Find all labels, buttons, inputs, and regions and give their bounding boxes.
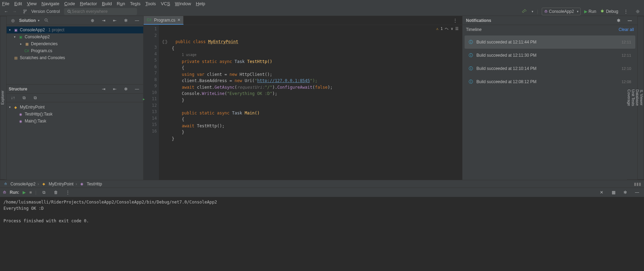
explorer-toolwindow[interactable]: Explorer xyxy=(0,16,5,180)
method-icon: ◉ xyxy=(79,181,84,187)
svg-point-7 xyxy=(45,18,47,21)
layout-icon[interactable]: ⧉ xyxy=(41,190,47,195)
minimap-icon[interactable]: ▮▮▮ xyxy=(634,182,641,186)
unit-tests-toolwindow[interactable]: Unit Tests xyxy=(631,16,635,180)
coverage-toolwindow[interactable]: Coverage xyxy=(627,16,631,180)
breadcrumb: ⟰ ConsoleApp2 › ◆ MyEntryPoint › ◉ TestH… xyxy=(0,180,644,188)
struct-testhttp[interactable]: ◉ TestHttp():Task xyxy=(7,111,143,118)
tab-more-icon[interactable]: ⋮ xyxy=(452,18,458,23)
trash-icon[interactable]: 🗑 xyxy=(53,190,59,195)
menu-bar: File Edit View Navigate Code Refactor Bu… xyxy=(0,0,644,7)
structure-header: Structure ⇥ ⇤ ✻ — xyxy=(7,85,143,94)
branch-icon[interactable] xyxy=(22,9,28,14)
menu-build[interactable]: Build xyxy=(102,1,112,6)
gear-icon[interactable] xyxy=(635,9,641,14)
toolbar: ← → Version Control ▾ | ⟰ ConsoleApp2 ▶R… xyxy=(0,7,644,16)
menu-code[interactable]: Code xyxy=(64,1,75,6)
run-button[interactable]: ▶Run xyxy=(584,9,596,14)
crumb-project[interactable]: ConsoleApp2 xyxy=(10,182,35,186)
expand-all-icon[interactable]: ⇥ xyxy=(101,86,106,92)
menu-view[interactable]: View xyxy=(27,1,37,6)
console-output[interactable]: /home/luismasuelli/RiderProjects/Console… xyxy=(0,197,644,226)
hide-icon[interactable]: — xyxy=(134,18,140,23)
find-icon[interactable] xyxy=(44,18,49,23)
solution-root[interactable]: ▾ ▣ ConsoleApp2 · 1 project xyxy=(7,26,143,33)
svg-point-2 xyxy=(601,10,603,12)
run-hide-icon[interactable]: — xyxy=(634,190,640,195)
hammer-icon[interactable] xyxy=(521,9,527,14)
notification-item[interactable]: ⓘ Build succeeded at 12:11:44 PM 12:11 xyxy=(465,35,635,49)
notif-gear-icon[interactable]: ✻ xyxy=(616,18,621,23)
program-file-node[interactable]: C# Program.cs xyxy=(7,47,143,54)
notifications-header: Notifications ✻ — xyxy=(462,16,637,25)
run-layout-icon[interactable]: ▦ xyxy=(611,190,616,195)
run-gear-icon[interactable]: ✻ xyxy=(622,190,628,195)
menu-tools[interactable]: Tools xyxy=(145,1,156,6)
menu-edit[interactable]: Edit xyxy=(14,1,22,6)
run-title: Run: xyxy=(10,190,19,195)
nav-forward-icon[interactable]: → xyxy=(12,9,17,14)
dependencies-node[interactable]: ▸ ▦ Dependencies xyxy=(7,40,143,47)
menu-window[interactable]: Window xyxy=(175,1,191,6)
menu-tests[interactable]: Tests xyxy=(130,1,140,6)
notification-list: ⓘ Build succeeded at 12:11:44 PM 12:11 ⓘ… xyxy=(462,34,637,90)
filter1-icon[interactable]: ⧉ xyxy=(21,95,27,101)
info-icon: ⓘ xyxy=(469,79,473,85)
editor-tabs: C# Program.cs ✕ ⋮ xyxy=(144,16,462,25)
menu-run[interactable]: Run xyxy=(117,1,125,6)
sort-icon[interactable]: ↓↑ xyxy=(10,95,16,101)
scope-icon[interactable]: ◎ xyxy=(10,18,16,23)
search-input[interactable] xyxy=(64,8,137,15)
notification-item[interactable]: ⓘ Build succeeded at 12:08:12 PM 12:08 xyxy=(465,75,635,88)
collapse-icon[interactable]: ⇤ xyxy=(112,18,118,23)
crumb-method[interactable]: TestHttp xyxy=(87,182,102,186)
right-tool-strip: IL Viewer Database Unit Tests Coverage xyxy=(637,16,644,180)
struct-main[interactable]: ◉ Main():Task xyxy=(7,118,143,125)
struct-entry[interactable]: ▾ ◆ MyEntryPoint xyxy=(7,104,143,111)
code-editor[interactable]: 12 345 678 910 11 ▶ 1213 141516 ⚠1 ヘ ∨ ☰… xyxy=(144,25,462,180)
crumb-class[interactable]: MyEntryPoint xyxy=(49,182,73,186)
tab-program[interactable]: C# Program.cs ✕ xyxy=(144,16,184,25)
left-tool-strip: Explorer xyxy=(0,16,7,180)
run-close-icon[interactable]: ✕ xyxy=(599,190,604,195)
target-icon[interactable]: ⊕ xyxy=(90,18,95,23)
il-viewer-toolwindow[interactable]: IL Viewer xyxy=(639,16,644,180)
settings-icon[interactable]: ✻ xyxy=(123,18,129,23)
timeline-header: Timeline Clear all xyxy=(462,25,637,34)
project-node[interactable]: ▾ ▣ ConsoleApp2 xyxy=(7,33,143,40)
collapse-all-icon[interactable]: ⇤ xyxy=(112,86,118,92)
database-toolwindow[interactable]: Database xyxy=(635,16,639,180)
notification-item[interactable]: ⓘ Build succeeded at 12:10:14 PM 12:10 xyxy=(465,62,635,75)
csharp-icon: C# xyxy=(146,17,152,23)
rerun-icon[interactable]: ▶ xyxy=(23,190,26,195)
debug-button[interactable]: Debug xyxy=(600,8,618,14)
svg-line-8 xyxy=(47,21,48,22)
solution-tree: ▾ ▣ ConsoleApp2 · 1 project ▾ ▣ ConsoleA… xyxy=(7,25,143,84)
menu-refactor[interactable]: Refactor xyxy=(80,1,97,6)
svg-line-1 xyxy=(70,12,71,13)
menu-navigate[interactable]: Navigate xyxy=(41,1,59,6)
filter2-icon[interactable]: ⧉ xyxy=(32,95,38,101)
stop-icon[interactable]: ■ xyxy=(29,190,32,195)
vc-label[interactable]: Version Control xyxy=(31,9,60,14)
nav-back-icon[interactable]: ← xyxy=(3,9,9,14)
info-icon: ⓘ xyxy=(469,53,473,58)
search-icon xyxy=(67,9,72,15)
close-icon[interactable]: ✕ xyxy=(177,18,180,22)
scratches-node[interactable]: ▤ Scratches and Consoles xyxy=(7,54,143,61)
more-icon[interactable]: ⋮ xyxy=(623,9,629,14)
notification-item[interactable]: ⓘ Build succeeded at 12:11:30 PM 12:11 xyxy=(465,49,635,62)
menu-vcs[interactable]: VCS xyxy=(161,1,170,6)
structure-settings-icon[interactable]: ✻ xyxy=(123,86,129,92)
svg-point-6 xyxy=(637,10,638,12)
expand-icon[interactable]: ⇥ xyxy=(101,18,106,23)
inspection-badge[interactable]: ⚠1 ヘ ∨ ☰ xyxy=(436,26,459,32)
menu-file[interactable]: File xyxy=(2,1,9,6)
structure-hide-icon[interactable]: — xyxy=(134,86,140,92)
solution-header: ◎ Solution ▾ ⊕ ⇥ ⇤ ✻ — xyxy=(7,16,143,25)
menu-help[interactable]: Help xyxy=(196,1,205,6)
run-config-combo[interactable]: ⟰ ConsoleApp2 xyxy=(542,8,581,15)
svg-point-0 xyxy=(68,10,70,12)
class-icon: ◆ xyxy=(41,181,47,187)
run-more-icon[interactable]: ⋮ xyxy=(65,190,71,195)
